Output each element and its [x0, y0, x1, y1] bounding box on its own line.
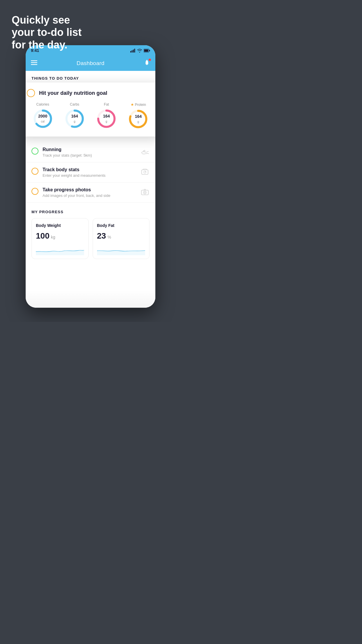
svg-rect-2: [133, 50, 134, 52]
svg-rect-5: [144, 49, 148, 52]
running-subtitle: Track your stats (target: 5km): [43, 153, 136, 158]
calories-label: Calories: [36, 102, 49, 106]
card-title-row: Hit your daily nutrition goal: [27, 89, 154, 97]
todo-item-body-stats[interactable]: Track body stats Enter your weight and m…: [26, 162, 155, 183]
battery-icon: [144, 49, 150, 52]
svg-point-25: [144, 192, 145, 193]
svg-rect-7: [31, 60, 37, 61]
photos-title: Take progress photos: [43, 187, 136, 192]
body-fat-card: Body Fat 23 %: [93, 218, 150, 259]
bell-button[interactable]: [144, 60, 150, 67]
fat-donut: 164 g: [96, 108, 117, 129]
svg-rect-20: [143, 169, 147, 170]
photos-subtitle: Add images of your front, back, and side: [43, 193, 136, 198]
fat-item: Fat 164 g: [96, 102, 117, 129]
carbs-donut: 164 g: [64, 108, 85, 129]
svg-rect-0: [130, 51, 131, 52]
nutrition-checkbox[interactable]: [27, 89, 35, 97]
progress-section: MY PROGRESS Body Weight 100 kg: [26, 203, 155, 259]
shoe-icon: [140, 147, 150, 156]
body-weight-unit: kg: [51, 235, 55, 239]
svg-rect-6: [149, 50, 150, 51]
body-fat-unit: %: [108, 235, 111, 239]
body-weight-chart: [36, 244, 84, 255]
progress-cards: Body Weight 100 kg Body Fat: [31, 218, 150, 259]
wifi-icon: [137, 49, 142, 52]
signal-icon: [130, 49, 136, 52]
fat-label: Fat: [104, 102, 109, 106]
hero-line3: for the day.: [12, 39, 67, 51]
body-weight-title: Body Weight: [36, 223, 84, 228]
body-stats-subtitle: Enter your weight and measurements: [43, 173, 136, 178]
photo-icon: [140, 187, 150, 197]
fat-value: 164: [103, 114, 110, 118]
carbs-value: 164: [71, 114, 78, 118]
fade-overlay: [26, 290, 155, 308]
body-stats-title: Track body stats: [43, 167, 136, 172]
body-weight-value-row: 100 kg: [36, 231, 84, 241]
carbs-label: Carbs: [70, 102, 79, 106]
hero-line1: Quickly see: [12, 14, 70, 26]
body-fat-chart: [97, 244, 145, 255]
calories-item: Calories 2000 cal: [32, 102, 53, 129]
star-icon: ★: [131, 102, 134, 107]
body-fat-value-row: 23 %: [97, 231, 145, 241]
body-fat-title: Body Fat: [97, 223, 145, 228]
svg-rect-8: [31, 62, 37, 63]
running-checkbox[interactable]: [31, 148, 38, 155]
phone-shell: 9:41: [26, 45, 155, 308]
body-stats-checkbox[interactable]: [31, 168, 38, 175]
nutrition-card: Hit your daily nutrition goal Calories 2…: [26, 83, 155, 136]
hero-text: Quickly see your to-do list for the day.: [12, 14, 82, 51]
nutrition-row: Calories 2000 cal Carbs: [27, 102, 154, 130]
status-icons: [130, 49, 150, 52]
main-content: THINGS TO DO TODAY Hit your daily nutrit…: [26, 71, 155, 308]
svg-rect-1: [132, 50, 133, 52]
running-title: Running: [43, 147, 136, 152]
progress-section-title: MY PROGRESS: [31, 210, 150, 214]
section-header: THINGS TO DO TODAY: [26, 71, 155, 84]
body-weight-card: Body Weight 100 kg: [31, 218, 89, 259]
scale-icon: [140, 167, 150, 176]
photos-checkbox[interactable]: [31, 188, 38, 195]
protein-item: ★ Protein 164 g: [128, 102, 149, 130]
calories-donut: 2000 cal: [32, 108, 53, 129]
navbar: Dashboard: [26, 56, 155, 71]
todo-item-running[interactable]: Running Track your stats (target: 5km): [26, 142, 155, 162]
svg-rect-9: [31, 64, 37, 65]
body-fat-number: 23: [97, 231, 106, 241]
hero-line2: your to-do list: [12, 26, 82, 38]
todo-item-photos[interactable]: Take progress photos Add images of your …: [26, 183, 155, 203]
svg-point-24: [143, 191, 146, 194]
svg-line-22: [145, 171, 146, 172]
protein-label: ★ Protein: [131, 102, 146, 107]
notification-dot: [149, 59, 151, 61]
calories-value: 2000: [38, 114, 47, 118]
card-title: Hit your daily nutrition goal: [39, 90, 107, 96]
svg-rect-3: [134, 49, 135, 52]
svg-rect-10: [147, 60, 147, 60]
nav-title: Dashboard: [77, 60, 105, 66]
body-weight-number: 100: [36, 231, 50, 241]
carbs-item: Carbs 164 g: [64, 102, 85, 129]
protein-value: 164: [135, 114, 142, 119]
protein-donut: 164 g: [128, 108, 149, 130]
menu-icon[interactable]: [31, 60, 37, 66]
